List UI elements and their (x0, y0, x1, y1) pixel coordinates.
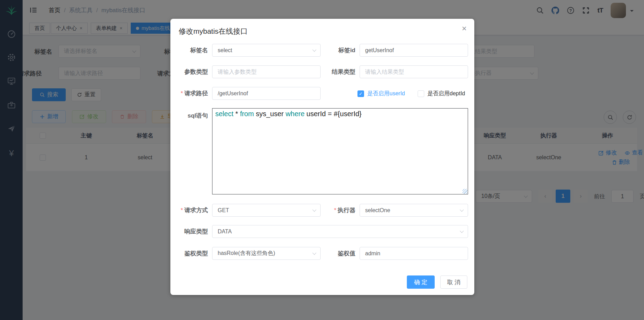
sql-keyword: where (285, 110, 304, 118)
chevron-down-icon (312, 48, 316, 51)
edit-mybatis-dialog: 修改mybatis在线接口 × 标签名 select 标签id 参数类型 结果类… (170, 19, 474, 295)
result-type-input[interactable] (360, 65, 468, 78)
result-type-label: 结果类型 (322, 65, 355, 78)
checkbox-label: 是否启用deptId (427, 90, 465, 97)
checkbox-unchecked-icon[interactable] (418, 90, 424, 97)
chevron-down-icon (312, 251, 316, 255)
auth-value-input[interactable] (360, 247, 468, 260)
enable-deptid-checkbox-group[interactable]: 是否启用deptId (418, 90, 465, 97)
sql-keyword: select (215, 110, 233, 118)
req-path-input[interactable] (212, 87, 321, 100)
checkbox-label: 是否启用userId (367, 90, 405, 97)
dialog-title: 修改mybatis在线接口 (179, 26, 248, 36)
chevron-down-icon (460, 229, 464, 233)
enable-userid-checkbox-group[interactable]: ✓ 是否启用userId (357, 90, 405, 97)
required-asterisk: * (180, 90, 183, 97)
sql-text: sys_user (254, 110, 285, 118)
sql-textarea[interactable]: select * from sys_user where userId = #{… (212, 108, 468, 194)
sql-label: sql语句 (173, 109, 208, 122)
executor-select[interactable]: selectOne (360, 204, 468, 217)
dialog-close-icon[interactable]: × (462, 24, 467, 33)
auth-type-label: 鉴权类型 (173, 247, 208, 260)
chevron-down-icon (312, 208, 316, 211)
select-value: hasRole(含有这些角色) (218, 250, 275, 257)
tag-id-label: 标签id (322, 44, 355, 57)
chevron-down-icon (460, 208, 464, 211)
resp-type-label: 响应类型 (173, 225, 208, 238)
req-method-label: *请求方式 (173, 204, 208, 217)
select-value: DATA (218, 229, 232, 235)
resize-grip-icon[interactable] (462, 189, 467, 194)
param-type-label: 参数类型 (173, 65, 208, 78)
required-asterisk: * (334, 207, 336, 214)
select-value: select (218, 47, 232, 54)
tag-name-label: 标签名 (173, 44, 208, 57)
select-value: GET (218, 207, 229, 214)
label-text: 请求方式 (184, 207, 208, 214)
req-path-label: *请求路径 (173, 87, 208, 100)
sql-text: userId = #{userId} (305, 110, 362, 118)
label-text: 执行器 (338, 207, 355, 214)
auth-value-label: 鉴权值 (322, 247, 355, 260)
auth-type-select[interactable]: hasRole(含有这些角色) (212, 247, 321, 260)
select-value: selectOne (365, 207, 390, 214)
tag-name-select[interactable]: select (212, 44, 321, 57)
tag-id-input[interactable] (360, 44, 468, 57)
resp-type-select[interactable]: DATA (212, 225, 468, 238)
executor-label: *执行器 (322, 204, 355, 217)
sql-keyword: from (240, 110, 254, 118)
app-root: ¥ 首页 / 系统工具 / mybatis在线接口 (0, 0, 644, 320)
sql-text: * (233, 110, 240, 118)
required-asterisk: * (180, 207, 183, 214)
label-text: 请求路径 (184, 90, 208, 97)
checkbox-checked-icon[interactable]: ✓ (357, 90, 364, 97)
cancel-button[interactable]: 取 消 (440, 275, 467, 289)
param-type-input[interactable] (212, 65, 321, 78)
req-method-select[interactable]: GET (212, 204, 321, 217)
confirm-button[interactable]: 确 定 (407, 275, 435, 289)
